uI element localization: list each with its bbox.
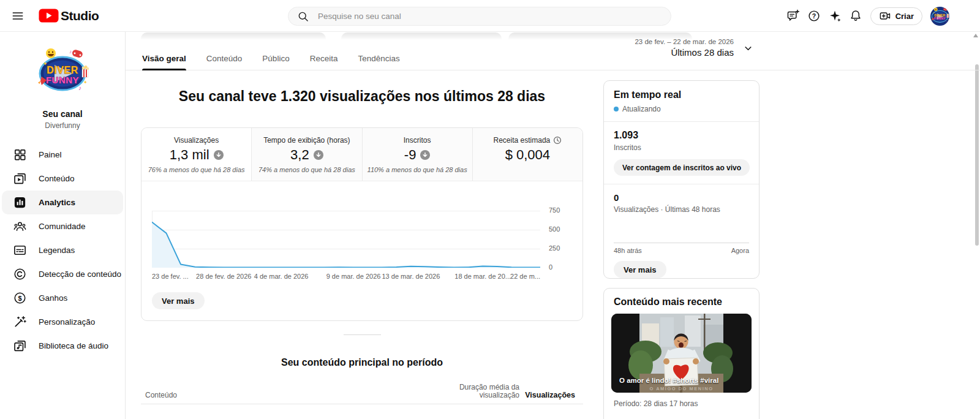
- y-axis-tick: 0: [549, 263, 552, 271]
- views-chart-svg: [152, 206, 540, 268]
- topbar: Studio ?: [0, 0, 980, 32]
- trend-down-icon: [420, 150, 430, 160]
- ai-sparkle-icon: [828, 9, 842, 23]
- search-icon: [297, 10, 309, 23]
- trend-down-icon: [214, 150, 224, 160]
- account-avatar[interactable]: [930, 7, 949, 26]
- feedback-button[interactable]: [783, 6, 804, 26]
- sidebar-item-personalizacao[interactable]: Personalização: [0, 310, 125, 334]
- top-content-table-header: Conteúdo Duração média da visualização V…: [141, 382, 583, 404]
- video-watermark: O AMIGO DO MENINO: [611, 386, 752, 391]
- sidebar-item-conteudo[interactable]: Conteúdo: [0, 167, 125, 191]
- channel-header: Seu canal Diverfunny: [0, 32, 125, 130]
- analytics-tabs: Visão geral Conteúdo Público Receita Ten…: [142, 32, 400, 70]
- svg-text:?: ?: [812, 12, 815, 20]
- sidebar-item-legendas[interactable]: Legendas: [0, 238, 125, 262]
- x-axis-ticks: 23 de fev. ... 28 de fev. de 2026 4 de m…: [152, 273, 540, 281]
- tab-conteudo[interactable]: Conteúdo: [206, 54, 243, 70]
- divider: [604, 184, 759, 184]
- realtime-views-label: Visualizações · Últimas 48 horas: [614, 205, 749, 214]
- sparkline-start-label: 48h atrás: [614, 247, 642, 254]
- recent-content-card: Conteúdo mais recente: [603, 288, 760, 419]
- notifications-bell-icon: [849, 9, 862, 23]
- realtime-see-more-button[interactable]: Ver mais: [614, 261, 666, 278]
- channel-handle: Diverfunny: [0, 121, 125, 130]
- metric-value: -9: [404, 147, 417, 163]
- help-button[interactable]: ?: [804, 6, 824, 26]
- sidebar-item-label: Legendas: [39, 246, 75, 255]
- sidebar-item-ganhos[interactable]: $ Ganhos: [0, 286, 125, 310]
- video-title-overlay: O amor é lindo! #shorts #viral: [619, 377, 718, 384]
- column-header-visualizacoes[interactable]: Visualizações: [525, 391, 575, 399]
- x-axis-tick: 28 de fev. de 2026: [196, 273, 251, 280]
- metric-label: Visualizações: [141, 136, 251, 145]
- search-input[interactable]: [317, 11, 635, 21]
- views-chart-area: [152, 222, 540, 268]
- sidebar-item-deteccao-de-conteudo[interactable]: Detecção de conteúdo: [0, 262, 125, 286]
- sidebar-item-biblioteca-de-audio[interactable]: Biblioteca de áudio: [0, 334, 125, 358]
- realtime-title: Em tempo real: [614, 89, 749, 100]
- live-subscriber-count-button[interactable]: Ver contagem de inscritos ao vivo: [614, 159, 750, 176]
- tab-receita[interactable]: Receita: [310, 54, 338, 70]
- metric-tempo-de-exibicao[interactable]: Tempo de exibição (horas) 3,2 74% a meno…: [251, 128, 361, 181]
- column-header-duracao-media[interactable]: Duração média da visualização: [440, 383, 519, 399]
- metric-label: Inscritos: [363, 136, 472, 145]
- top-content-title: Seu conteúdo principal no período: [141, 357, 583, 368]
- sidebar-item-label: Comunidade: [39, 222, 86, 231]
- x-axis-tick: 4 de mar. de 2026: [254, 273, 309, 280]
- brand-text: Studio: [61, 9, 99, 23]
- x-axis-tick: 13 de mar. de 2026: [382, 273, 440, 280]
- metric-delta: 110% a menos do que há 28 dias: [363, 166, 472, 173]
- recent-content-period: Período: 28 dias 17 horas: [611, 399, 752, 408]
- section-divider: [344, 334, 381, 335]
- sidebar-item-comunidade[interactable]: Comunidade: [0, 214, 125, 238]
- hamburger-menu-button[interactable]: [10, 8, 26, 24]
- create-button[interactable]: Criar: [870, 7, 922, 25]
- ai-sparkle-button[interactable]: [824, 6, 845, 26]
- recent-content-title: Conteúdo mais recente: [611, 296, 752, 308]
- date-range-value: 23 de fev. – 22 de mar. de 2026: [635, 38, 734, 45]
- notifications-button[interactable]: [845, 6, 866, 26]
- trend-down-icon: [314, 150, 323, 160]
- metric-visualizacoes[interactable]: Visualizações 1,3 mil 76% a menos do que…: [141, 128, 251, 181]
- channel-name: Seu canal: [0, 109, 125, 119]
- sidebar-nav: Painel Conteúdo Analytics: [0, 143, 125, 358]
- views-chart: [152, 206, 540, 268]
- overview-headline: Seu canal teve 1.320 visualizações nos ú…: [141, 88, 583, 105]
- x-axis-tick: 22 de m...: [510, 273, 540, 280]
- realtime-status-label: Atualizando: [622, 105, 661, 113]
- live-dot-icon: [614, 107, 619, 111]
- account-avatar-image: [930, 7, 949, 26]
- y-axis-tick: 750: [549, 206, 560, 214]
- tab-visao-geral[interactable]: Visão geral: [142, 54, 186, 70]
- tab-publico[interactable]: Público: [262, 54, 289, 70]
- scrollbar-thumb[interactable]: [975, 64, 979, 246]
- help-question-icon: ?: [807, 9, 821, 23]
- community-icon: [13, 219, 27, 233]
- sidebar-item-label: Personalização: [39, 317, 95, 327]
- date-range-picker[interactable]: 23 de fev. – 22 de mar. de 2026 Últimos …: [635, 38, 754, 58]
- metric-inscritos[interactable]: Inscritos -9 110% a menos do que há 28 d…: [362, 128, 472, 181]
- see-more-button[interactable]: Ver mais: [152, 292, 205, 309]
- tab-tendencias[interactable]: Tendências: [358, 54, 399, 70]
- views-chart-line: [152, 222, 540, 268]
- metric-delta: 74% a menos do que há 28 dias: [252, 166, 361, 173]
- youtube-studio-logo[interactable]: Studio: [39, 9, 99, 23]
- realtime-card: Em tempo real Atualizando 1.093 Inscrito…: [603, 80, 760, 279]
- sidebar-item-painel[interactable]: Painel: [0, 143, 125, 167]
- metric-value: $ 0,004: [505, 147, 550, 163]
- youtube-play-icon: [39, 9, 59, 23]
- metric-label: Receita estimada: [494, 136, 551, 145]
- metric-receita-estimada[interactable]: Receita estimada $ 0,004: [472, 128, 582, 181]
- feedback-comment-icon: [786, 9, 800, 23]
- sidebar-item-label: Ganhos: [39, 293, 67, 303]
- y-axis-tick: 250: [549, 244, 560, 252]
- recent-video-thumbnail[interactable]: O amor é lindo! #shorts #viral O AMIGO D…: [611, 314, 752, 393]
- topbar-actions: ? Criar: [783, 0, 949, 32]
- dashboard-icon: [13, 148, 27, 162]
- divider: [604, 121, 759, 122]
- channel-avatar[interactable]: [36, 46, 89, 100]
- realtime-views-value: 0: [614, 192, 749, 203]
- sidebar-item-analytics[interactable]: Analytics: [2, 191, 123, 214]
- sidebar-item-label: Conteúdo: [39, 174, 75, 183]
